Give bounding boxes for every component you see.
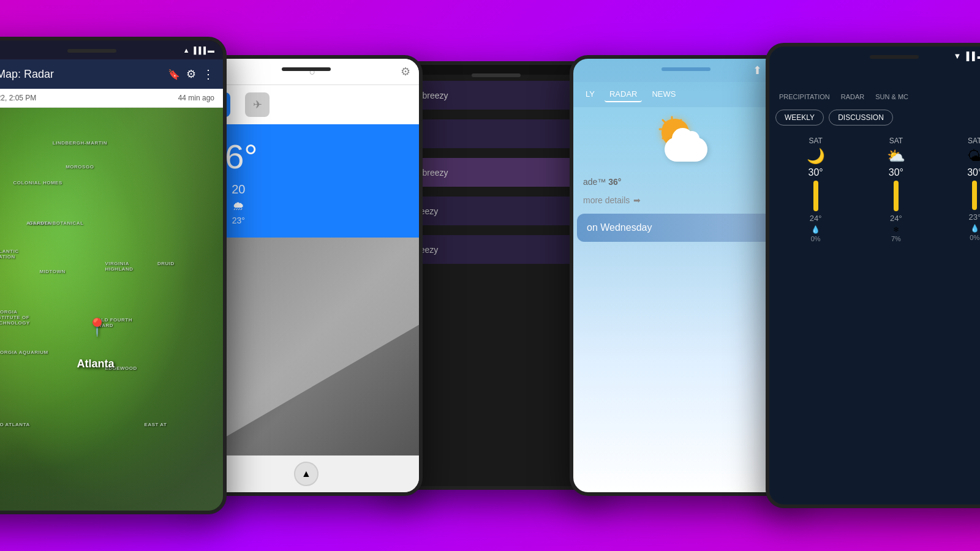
- map-label-morosgo: MOROSGO: [66, 164, 94, 170]
- map-label-atlantic: ATLANTICSTATION: [0, 249, 19, 260]
- bg-decoration: [194, 324, 419, 455]
- weather-list-item-3[interactable]: ar & breezy ∨: [394, 158, 598, 187]
- weekly-button[interactable]: WEEKLY: [775, 110, 824, 126]
- quick-icons-row: 📱 ✈: [194, 85, 419, 124]
- more-details-text: more details: [583, 195, 630, 205]
- feelslike-text: ade™ 36°: [573, 173, 799, 190]
- map-label-aquarium: Georgia Aquarium: [0, 350, 48, 355]
- weather-list-item-4[interactable]: & breezy ∨: [394, 197, 598, 225]
- settings-icon[interactable]: ⚙: [186, 67, 196, 81]
- day1-precip-pct: 0%: [811, 235, 821, 242]
- phones-container: 2:49 ▲ ▐▐▐ ▬ ▶ Map: Radar 🔖 ⚙ ⋮ Fri, Mar…: [0, 24, 980, 527]
- map-label-eastat: EAST AT: [145, 422, 167, 427]
- day3-name: SAT: [968, 137, 980, 145]
- phone5-sub-tabs: PRECIPITATION RADAR SUN & MC: [769, 89, 980, 105]
- day2-precip-pct: 7%: [891, 235, 901, 242]
- tab-news[interactable]: NEWS: [647, 87, 680, 102]
- speaker-bar: [67, 49, 116, 53]
- map-label-druid: Druid: [157, 261, 175, 266]
- signal-icon-p5: ▐▐: [963, 51, 974, 61]
- day3-precip-icon: 💧: [970, 224, 979, 233]
- day2-weather-icon: ⛅: [887, 148, 905, 165]
- day1-name: SAT: [809, 137, 822, 145]
- map-label-garden: Garden: [29, 220, 52, 226]
- feelslike-value: 36°: [608, 177, 621, 187]
- tab-radar[interactable]: RADAR: [605, 87, 643, 102]
- day1-low-temp: 24°: [810, 214, 822, 223]
- location-pin: 📍: [86, 317, 108, 337]
- phone4-weather-icon: [573, 107, 799, 173]
- current-temp: 26°: [206, 137, 407, 176]
- map-label-midtown: MIDTOWN: [39, 269, 65, 274]
- day2-precip: ❄ 7%: [891, 225, 901, 242]
- time-ago-label: 44 min ago: [178, 94, 214, 102]
- svg-line-7: [679, 120, 681, 122]
- weather-list-item-2[interactable]: ar ∨: [394, 119, 598, 148]
- date-label: Fri, Mar 22, 2:05 PM: [0, 94, 36, 102]
- wifi-icon-p5: ▼: [953, 51, 961, 61]
- phone2-speaker: [282, 67, 331, 71]
- day2-high: 20: [232, 182, 245, 197]
- phone1-signal-icons: ▲ ▐▐▐ ▬: [183, 45, 214, 54]
- weather-list-item-5[interactable]: & breezy ∨: [394, 235, 598, 264]
- day2-icon: 🌧: [232, 199, 244, 213]
- day3-high-temp: 30°: [967, 167, 980, 178]
- more-icon[interactable]: ⋮: [202, 67, 214, 81]
- map-label-gatech: GeorgiaInstitute ofTechnology: [0, 309, 30, 326]
- feelslike-label: ade™: [583, 177, 608, 187]
- day1-weather-icon: 🌙: [807, 148, 825, 165]
- forecast-buttons: WEEKLY DISCUSSION: [769, 105, 980, 130]
- phone5-speaker: [870, 55, 919, 59]
- day2-low: 23°: [232, 216, 245, 225]
- battery-icon: ▬: [208, 47, 214, 54]
- arrow-circle-icon: ➡: [633, 195, 641, 205]
- map-label-zoo: Zoo Atlanta: [0, 422, 30, 427]
- bookmark-icon[interactable]: 🔖: [168, 69, 180, 80]
- up-icon: ▲: [301, 468, 311, 479]
- phone-5: ▼ ▐▐ ▬ 12:30 🔍 ⬆ PRECIPITATION RADAR SUN…: [766, 43, 980, 508]
- weather-list-item-1[interactable]: ar & breezy ∨: [394, 81, 598, 110]
- day3-weather-icon: 🌤: [967, 148, 980, 165]
- tab-radar-p5[interactable]: RADAR: [837, 91, 869, 102]
- day3-precip: 💧 0%: [970, 224, 979, 241]
- forecast-day-2: 20 🌧 23°: [232, 182, 245, 225]
- tab-precipitation[interactable]: PRECIPITATION: [775, 91, 834, 102]
- day3-bar: [972, 181, 977, 210]
- airplane-icon-button[interactable]: ✈: [245, 92, 270, 117]
- map-view[interactable]: Rain Snow Mixed LINDBERGH-MARTIN MOROSGO…: [0, 108, 223, 511]
- day3-precip-pct: 0%: [970, 234, 979, 241]
- phone2-bottom: ▲: [194, 455, 419, 492]
- tab-sunmoon[interactable]: SUN & MC: [872, 91, 912, 102]
- phone1-date-bar: Fri, Mar 22, 2:05 PM 44 min ago: [0, 89, 223, 108]
- map-label-lindbergh: LINDBERGH-MARTIN: [53, 140, 107, 146]
- day1-high-temp: 30°: [809, 167, 823, 178]
- spacer: [778, 51, 953, 61]
- cloud-icon: [665, 137, 707, 162]
- phone5-toolbar: 🔍 ⬆: [769, 66, 980, 89]
- signal-icon: ▐▐▐: [192, 47, 206, 54]
- discussion-button[interactable]: DISCUSSION: [829, 110, 893, 126]
- sun-partial-icon: [658, 116, 714, 165]
- airplane-icon: ✈: [253, 98, 262, 111]
- wifi-icon: ▲: [183, 47, 190, 54]
- weather-widget: 26° 18 🌧 26° 20 🌧 23°: [194, 124, 419, 238]
- fab-button[interactable]: ▲: [294, 462, 318, 486]
- forecast-row: 18 🌧 26° 20 🌧 23°: [206, 182, 407, 225]
- map-label-colonial: COLONIAL HOMES: [13, 180, 62, 186]
- map-city-name: Atlanta: [77, 358, 115, 370]
- tab-ly[interactable]: LY: [581, 87, 600, 102]
- forecast-col-2: SAT ⛅ 30° 24° ❄ 7%: [887, 137, 905, 242]
- phone3-speaker: [472, 73, 521, 77]
- day2-bar: [894, 181, 899, 211]
- phone2-background: [194, 238, 419, 455]
- day1-bar: [813, 181, 818, 211]
- share-icon-phone4[interactable]: ⬆: [753, 64, 762, 77]
- settings-gear-icon[interactable]: ⚙: [401, 65, 410, 78]
- map-title: Map: Radar: [0, 68, 162, 81]
- more-details-link[interactable]: more details ➡: [573, 190, 799, 210]
- map-label-virginia: VIRGINIAHIGHLAND: [105, 261, 133, 272]
- battery-icon-p5: ▬: [978, 51, 980, 61]
- phone1-toolbar: ▶ Map: Radar 🔖 ⚙ ⋮: [0, 59, 223, 89]
- svg-line-5: [663, 120, 665, 122]
- phone-1: 2:49 ▲ ▐▐▐ ▬ ▶ Map: Radar 🔖 ⚙ ⋮ Fri, Mar…: [0, 37, 227, 514]
